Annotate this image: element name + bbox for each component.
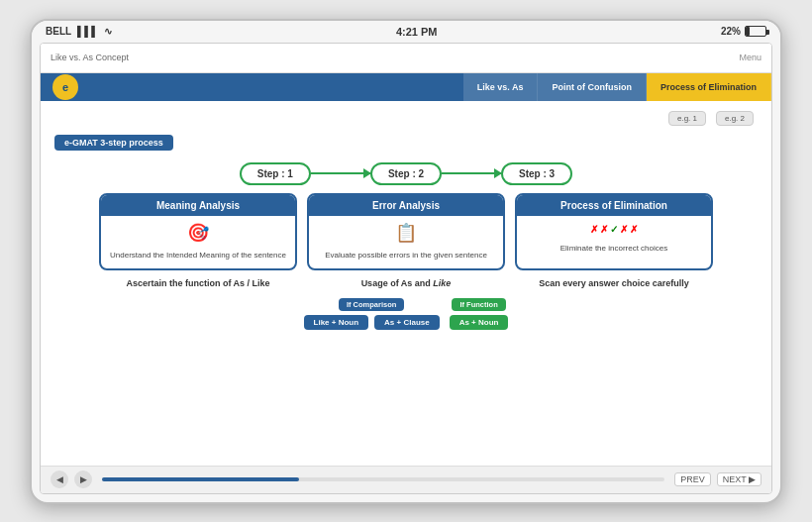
steps-row: Step : 1 Step : 2 Step : 3 [54, 162, 758, 185]
card-2-body: Evaluate possible errors in the given se… [309, 247, 503, 268]
step-3-label: Scan every answer choice carefully [515, 278, 713, 288]
nav-controls: ◀ ▶ [51, 470, 92, 488]
card-process-elimination: Process of Elimination ✗ ✗ ✓ ✗ ✗ Elimina… [515, 193, 713, 270]
next-button[interactable]: NEXT ▶ [717, 472, 761, 486]
card-3-icon-area: ✗ ✗ ✓ ✗ ✗ [517, 216, 711, 240]
content-area: e.g. 1 e.g. 2 e-GMAT 3-step process Step… [41, 101, 771, 466]
progress-fill [102, 477, 299, 481]
sub-box-group-1: If Comparison Like + Noun As + Clause [304, 298, 440, 330]
card-2-icon-area: 📋 [309, 216, 503, 247]
logo-icon: e [52, 74, 78, 100]
card-2-title: Error Analysis [309, 195, 503, 216]
tab-like-vs-as[interactable]: Like vs. As [463, 73, 539, 101]
card-error-analysis: Error Analysis 📋 Evaluate possible error… [307, 193, 505, 270]
step-1-bubble: Step : 1 [240, 162, 311, 185]
step-arrow-2 [442, 172, 501, 174]
tabs-area: Like vs. As Point of Confusion Process o… [463, 73, 771, 101]
card-meaning-analysis: Meaning Analysis 🎯 Understand the Intend… [99, 193, 297, 270]
wifi-icon: ∿ [104, 26, 112, 37]
sub-boxes-row: If Comparison Like + Noun As + Clause If… [54, 298, 758, 330]
comparison-items: Like + Noun As + Clause [304, 315, 440, 330]
status-left: BELL ▌▌▌ ∿ [46, 26, 112, 37]
like-noun-box: Like + Noun [304, 315, 369, 330]
eg1-button[interactable]: e.g. 1 [668, 111, 706, 126]
meaning-icon: 🎯 [187, 222, 209, 244]
signal-icon: ▌▌▌ [77, 26, 98, 37]
process-label: e-GMAT 3-step process [54, 135, 173, 151]
prev-arrow[interactable]: ◀ [51, 470, 68, 488]
if-function-header: If Function [452, 298, 505, 311]
step-arrow-1 [311, 172, 370, 174]
x-icon-3: ✗ [620, 224, 628, 235]
x-icon-2: ✗ [600, 224, 608, 235]
carrier-label: BELL [46, 26, 71, 37]
card-1-body: Understand the Intended Meaning of the s… [101, 247, 295, 268]
x-icon-4: ✗ [630, 224, 638, 235]
x-icon-1: ✗ [590, 224, 598, 235]
error-icon: 📋 [395, 222, 417, 244]
breadcrumb: Like vs. As Concept [51, 52, 129, 62]
card-3-title: Process of Elimination [517, 195, 711, 216]
tab-point-of-confusion[interactable]: Point of Confusion [538, 73, 646, 101]
prev-button[interactable]: PREV [674, 472, 711, 486]
step-1-label: Ascertain the function of As / Like [99, 278, 297, 288]
battery-percent: 22% [721, 26, 741, 37]
card-3-body: Eliminate the incorrect choices [517, 240, 711, 261]
time-display: 4:21 PM [396, 26, 438, 38]
tablet-screen: Like vs. As Concept Menu e Like vs. As P… [40, 43, 772, 494]
card-1-icon-area: 🎯 [101, 216, 295, 247]
tab-process-of-elimination[interactable]: Process of Elimination [647, 73, 771, 101]
as-noun-box: As + Noun [450, 315, 509, 330]
card-1-title: Meaning Analysis [101, 195, 295, 216]
prev-next-buttons: PREV NEXT ▶ [674, 472, 761, 486]
as-clause-box: As + Clause [374, 315, 440, 330]
step-3-bubble: Step : 3 [501, 162, 572, 185]
status-bar: BELL ▌▌▌ ∿ 4:21 PM 22% [32, 21, 780, 43]
step-2-bubble: Step : 2 [370, 162, 442, 185]
step-2-label: Usage of As and Like [307, 278, 505, 288]
labels-row: Ascertain the function of As / Like Usag… [54, 278, 758, 288]
progress-bar [102, 477, 664, 481]
cards-row: Meaning Analysis 🎯 Understand the Intend… [54, 193, 758, 270]
battery-icon [745, 26, 766, 37]
menu-label: Menu [739, 52, 761, 62]
eg2-button[interactable]: e.g. 2 [716, 111, 754, 126]
logo-area: e [41, 73, 90, 101]
check-icon-1: ✓ [610, 224, 618, 235]
top-nav: Like vs. As Concept Menu [41, 44, 771, 73]
if-comparison-header: If Comparison [339, 298, 404, 311]
check-icons: ✗ ✗ ✓ ✗ ✗ [588, 222, 640, 237]
status-right: 22% [721, 26, 766, 37]
sub-box-group-2: If Function As + Noun [450, 298, 509, 330]
tab-bar: e Like vs. As Point of Confusion Process… [41, 73, 771, 101]
eg-row: e.g. 1 e.g. 2 [54, 111, 758, 126]
bottom-bar: ◀ ▶ PREV NEXT ▶ [41, 466, 771, 493]
device-frame: BELL ▌▌▌ ∿ 4:21 PM 22% Like vs. As Conce… [30, 19, 782, 504]
next-arrow[interactable]: ▶ [74, 470, 92, 488]
